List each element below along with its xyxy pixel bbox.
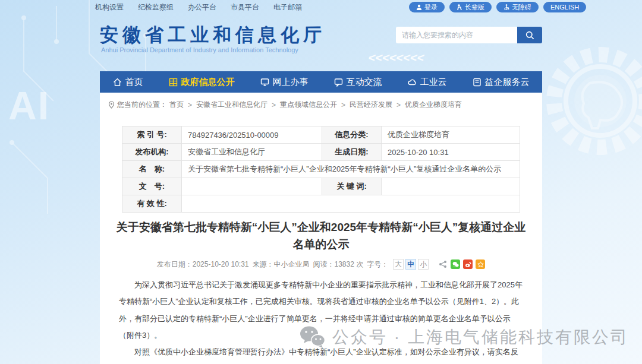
publish-date: 发布日期：2025-10-20 10:31 bbox=[157, 259, 249, 270]
topbar-link-org[interactable]: 机构设置 bbox=[95, 2, 124, 12]
breadcrumb-private-economy[interactable]: 民营经济发展 bbox=[350, 100, 392, 110]
wechat-logo-icon bbox=[299, 325, 326, 349]
info-category-label: 信息分类: bbox=[322, 126, 382, 144]
index-number-label: 索 引 号: bbox=[122, 126, 182, 144]
nav-label-home: 首页 bbox=[125, 77, 143, 88]
english-label: ENGLISH bbox=[550, 4, 579, 11]
accessibility-label: 无障碍 bbox=[512, 3, 531, 12]
topbar-links: 机构设置 纪检监察组 办公平台 市县平台 电子邮箱 bbox=[95, 2, 302, 12]
favorite-star-icon[interactable] bbox=[476, 259, 485, 269]
elder-icon bbox=[457, 4, 462, 10]
share-icon[interactable] bbox=[438, 259, 448, 269]
home-icon bbox=[113, 78, 122, 87]
watermark: 公众号 · 上海电气储能科技有限公司 bbox=[299, 325, 629, 349]
topbar-link-office[interactable]: 办公平台 bbox=[188, 2, 216, 12]
share-icons bbox=[438, 259, 485, 269]
site-title: 安徽省工业和信息化厅 bbox=[100, 23, 326, 48]
topbar-actions: 登录 长辈版 无障碍 ENGLISH bbox=[409, 2, 586, 12]
document-info-table: 索 引 号: 784927436/202510-00009 信息分类: 优质企业… bbox=[122, 126, 520, 213]
elder-version-button[interactable]: 长辈版 bbox=[449, 2, 492, 12]
site-subtitle: Anhui Provincial Department of Industry … bbox=[101, 46, 298, 53]
breadcrumb: 您当前的位置： 首页 > 安徽省工业和信息化厅 > 重点领域信息公开 > 民营经… bbox=[100, 93, 542, 110]
topbar-link-discipline[interactable]: 纪检监察组 bbox=[138, 2, 174, 12]
keyword-label: 关 键 词: bbox=[322, 178, 382, 195]
breadcrumb-department[interactable]: 安徽省工业和信息化厅 bbox=[196, 100, 268, 110]
table-row: 有 效 性: bbox=[122, 195, 520, 213]
issuing-agency-value: 安徽省工业和信息化厅 bbox=[182, 144, 322, 161]
top-utility-bar: 机构设置 纪检监察组 办公平台 市县平台 电子邮箱 登录 长辈版 无障碍 ENG… bbox=[0, 0, 642, 14]
login-button[interactable]: 登录 bbox=[409, 2, 445, 12]
nav-item-online-service[interactable]: 网上办事 bbox=[260, 77, 309, 88]
table-row: 发布机构: 安徽省工业和信息化厅 生成日期: 2025-10-20 10:31 bbox=[122, 144, 520, 161]
monitor-icon bbox=[260, 78, 269, 87]
topbar-link-city[interactable]: 市县平台 bbox=[231, 2, 259, 12]
main-nav: 首页 政府信息公开 网上办事 互动交流 工业云 益企服务云 bbox=[100, 71, 542, 93]
article-body: 为深入贯彻习近平总书记关于激发涌现更多专精特新中小企业的重要指示批示精神，工业和… bbox=[119, 277, 524, 364]
topbar-link-email[interactable]: 电子邮箱 bbox=[273, 2, 302, 12]
nav-item-enterprise-cloud[interactable]: 益企服务云 bbox=[473, 77, 530, 88]
nav-item-interaction[interactable]: 互动交流 bbox=[334, 77, 382, 88]
elder-version-label: 长辈版 bbox=[465, 3, 484, 12]
generation-date-value: 2025-10-20 10:31 bbox=[382, 144, 520, 161]
validity-value bbox=[182, 195, 520, 213]
nav-label-gov-info: 政府信息公开 bbox=[181, 77, 235, 88]
document-cloud-icon bbox=[473, 78, 482, 87]
name-label: 名 称: bbox=[122, 161, 182, 178]
validity-label: 有 效 性: bbox=[122, 195, 182, 213]
fontsize-large-button[interactable]: 大 bbox=[393, 259, 404, 270]
breadcrumb-separator: > bbox=[188, 101, 192, 109]
fontsize-medium-button[interactable]: 中 bbox=[405, 259, 416, 270]
table-row: 文 号: 关 键 词: bbox=[122, 178, 520, 195]
fontsize-switcher: 大 中 小 bbox=[393, 259, 429, 270]
wechat-share-icon[interactable] bbox=[451, 259, 460, 269]
nav-item-gov-info[interactable]: 政府信息公开 bbox=[169, 77, 235, 88]
search-input[interactable] bbox=[396, 27, 517, 43]
search-box bbox=[396, 27, 542, 43]
index-number-value: 784927436/202510-00009 bbox=[182, 126, 322, 144]
page: AI <<<<<<<< 机构设置 纪检监察组 办公平台 市县平台 电子邮箱 bbox=[0, 0, 642, 364]
issuing-agency-label: 发布机构: bbox=[122, 144, 182, 161]
breadcrumb-separator: > bbox=[341, 101, 345, 109]
fontsize-small-button[interactable]: 小 bbox=[418, 259, 429, 270]
breadcrumb-home[interactable]: 首页 bbox=[169, 100, 184, 110]
nav-item-industry-cloud[interactable]: 工业云 bbox=[408, 77, 447, 88]
cloud-icon bbox=[408, 78, 417, 87]
nav-item-home[interactable]: 首页 bbox=[113, 77, 143, 88]
read-count: 阅读：13832 次 bbox=[313, 259, 364, 270]
fontsize-label: 字号： bbox=[367, 259, 388, 270]
grid-icon bbox=[169, 78, 178, 87]
keyword-value bbox=[382, 178, 520, 195]
breadcrumb-separator: > bbox=[272, 101, 276, 109]
generation-date-label: 生成日期: bbox=[322, 144, 382, 161]
name-value: 关于安徽省第七批专精特新“小巨人”企业和2025年专精特新“小巨人”复核通过企业… bbox=[182, 161, 520, 178]
search-button[interactable] bbox=[517, 27, 542, 43]
weibo-share-icon[interactable] bbox=[463, 259, 473, 269]
nav-label-enterprise-cloud: 益企服务云 bbox=[485, 77, 530, 88]
doc-number-value bbox=[182, 178, 322, 195]
table-row: 名 称: 关于安徽省第七批专精特新“小巨人”企业和2025年专精特新“小巨人”复… bbox=[122, 161, 520, 178]
breadcrumb-current[interactable]: 优质企业梯度培育 bbox=[405, 100, 462, 110]
watermark-text: 公众号 · 上海电气储能科技有限公司 bbox=[332, 326, 629, 349]
nav-label-industry-cloud: 工业云 bbox=[420, 77, 447, 88]
breadcrumb-prefix: 您当前的位置： bbox=[117, 100, 167, 110]
doc-number-label: 文 号: bbox=[122, 178, 182, 195]
wheelchair-icon bbox=[503, 4, 509, 10]
location-pin-icon bbox=[108, 101, 115, 109]
english-button[interactable]: ENGLISH bbox=[543, 2, 586, 12]
breadcrumb-key-areas[interactable]: 重点领域信息公开 bbox=[280, 100, 337, 110]
source: 来源：中小企业局 bbox=[253, 259, 310, 270]
info-category-value: 优质企业梯度培育 bbox=[382, 126, 520, 144]
chat-icon bbox=[334, 78, 343, 87]
content-card: 您当前的位置： 首页 > 安徽省工业和信息化厅 > 重点领域信息公开 > 民营经… bbox=[100, 93, 542, 364]
article-title: 关于安徽省第七批专精特新“小巨人”企业和2025年专精特新“小巨人”复核通过企业… bbox=[116, 219, 526, 254]
breadcrumb-separator: > bbox=[396, 101, 401, 109]
gear-brain-decoration bbox=[535, 36, 642, 166]
accessibility-button[interactable]: 无障碍 bbox=[496, 2, 539, 12]
nav-label-online-service: 网上办事 bbox=[273, 77, 309, 88]
login-label: 登录 bbox=[424, 3, 438, 12]
user-icon bbox=[416, 4, 422, 10]
search-icon bbox=[525, 31, 534, 40]
table-row: 索 引 号: 784927436/202510-00009 信息分类: 优质企业… bbox=[122, 126, 520, 144]
chevrons-decoration: <<<<<<<< bbox=[367, 51, 426, 65]
article-meta: 发布日期：2025-10-20 10:31 来源：中小企业局 阅读：13832 … bbox=[100, 259, 542, 270]
